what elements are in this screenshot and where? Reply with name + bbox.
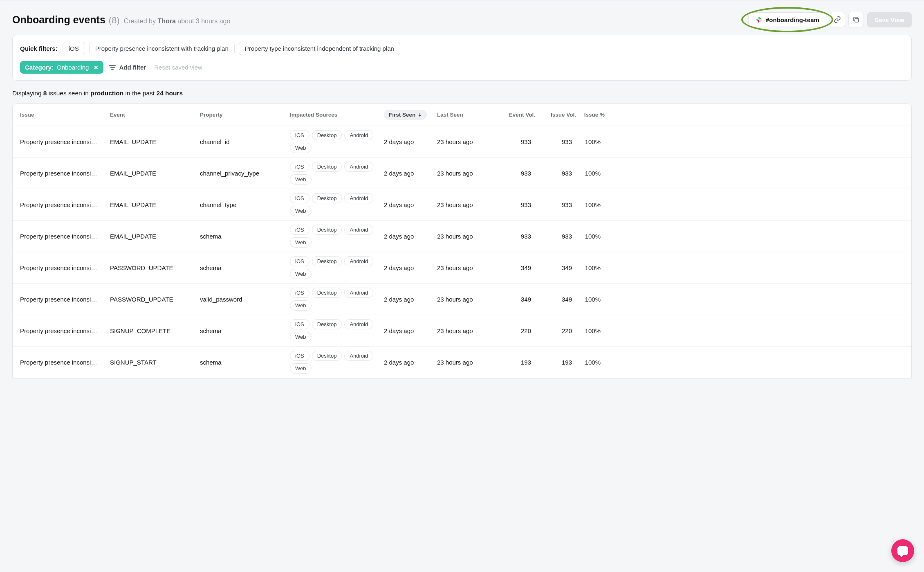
- source-pill: Desktop: [312, 225, 342, 235]
- cell-property: channel_privacy_type: [200, 170, 290, 177]
- col-event-vol[interactable]: Event Vol.: [509, 112, 535, 118]
- add-filter-button[interactable]: Add filter: [109, 64, 146, 71]
- source-pill: Android: [344, 288, 373, 298]
- created-suffix: about 3 hours ago: [177, 18, 230, 25]
- cell-sources: iOSDesktopAndroidWeb: [290, 130, 380, 153]
- cell-issue: Property presence inconsi…: [20, 201, 110, 208]
- source-pill: iOS: [290, 351, 309, 361]
- cell-issue: Property presence inconsi…: [20, 296, 110, 303]
- source-pill: Web: [290, 269, 312, 279]
- reset-saved-view[interactable]: Reset saved view: [154, 64, 202, 71]
- col-impacted[interactable]: Impacted Sources: [290, 112, 384, 118]
- slack-icon: [755, 16, 763, 23]
- cell-event: SIGNUP_COMPLETE: [110, 327, 200, 334]
- table-row[interactable]: Property presence inconsi…EMAIL_UPDATEch…: [13, 126, 911, 158]
- slack-channel-chip[interactable]: #onboarding-team: [748, 12, 826, 27]
- source-pill: Web: [290, 332, 312, 342]
- cell-sources: iOSDesktopAndroidWeb: [290, 193, 380, 216]
- source-pill: iOS: [290, 256, 309, 266]
- filter-icon: [109, 65, 116, 70]
- table-row[interactable]: Property presence inconsi…SIGNUP_STARTsc…: [13, 347, 911, 378]
- quick-filter-pill[interactable]: iOS: [63, 42, 85, 55]
- save-view-button[interactable]: Save View: [867, 12, 912, 27]
- cell-event-vol: 933: [494, 170, 535, 177]
- filter-card: Quick filters:iOSProperty presence incon…: [12, 35, 912, 81]
- source-pill: Desktop: [312, 162, 342, 172]
- cell-last-seen: 23 hours ago: [437, 138, 494, 145]
- source-pill: iOS: [290, 319, 309, 329]
- cell-issue-vol: 193: [535, 359, 576, 366]
- source-pill: Desktop: [312, 319, 342, 329]
- cell-issue-pct: 100%: [576, 264, 605, 271]
- cell-event: EMAIL_UPDATE: [110, 170, 200, 177]
- cell-property: channel_id: [200, 138, 290, 145]
- col-last-seen[interactable]: Last Seen: [437, 112, 494, 118]
- slack-channel-label: #onboarding-team: [766, 16, 819, 23]
- cell-sources: iOSDesktopAndroidWeb: [290, 162, 380, 185]
- cell-property: valid_password: [200, 296, 290, 303]
- table-row[interactable]: Property presence inconsi…SIGNUP_COMPLET…: [13, 315, 911, 347]
- col-issue[interactable]: Issue: [20, 112, 110, 118]
- table-row[interactable]: Property presence inconsi…EMAIL_UPDATEch…: [13, 158, 911, 189]
- source-pill: iOS: [290, 193, 309, 203]
- cell-first-seen: 2 days ago: [384, 201, 437, 208]
- table-row[interactable]: Property presence inconsi…PASSWORD_UPDAT…: [13, 284, 911, 315]
- cell-issue: Property presence inconsi…: [20, 264, 110, 271]
- cell-property: schema: [200, 264, 290, 271]
- cell-issue-pct: 100%: [576, 138, 605, 145]
- source-pill: Desktop: [312, 130, 342, 140]
- page-title: Onboarding events: [12, 14, 105, 26]
- cell-issue-pct: 100%: [576, 201, 605, 208]
- table-row[interactable]: Property presence inconsi…EMAIL_UPDATEsc…: [13, 221, 911, 252]
- summary-prefix: Displaying: [12, 90, 42, 97]
- active-filter-chip[interactable]: Category: Onboarding ✕: [20, 61, 103, 74]
- cell-issue-pct: 100%: [576, 327, 605, 334]
- cell-issue-vol: 933: [535, 170, 576, 177]
- duplicate-button[interactable]: [848, 12, 864, 27]
- cell-last-seen: 23 hours ago: [437, 359, 494, 366]
- cell-event-vol: 220: [494, 327, 535, 334]
- source-pill: iOS: [290, 162, 309, 172]
- source-pill: Android: [344, 130, 373, 140]
- cell-issue: Property presence inconsi…: [20, 233, 110, 240]
- copy-link-button[interactable]: [830, 12, 845, 27]
- svg-rect-3: [759, 17, 760, 19]
- cell-issue-pct: 100%: [576, 359, 605, 366]
- svg-rect-8: [855, 18, 859, 22]
- col-issue-vol[interactable]: Issue Vol.: [551, 112, 576, 118]
- table-row[interactable]: Property presence inconsi…PASSWORD_UPDAT…: [13, 252, 911, 284]
- quick-filters-label: Quick filters:: [20, 45, 58, 52]
- cell-last-seen: 23 hours ago: [437, 170, 494, 177]
- quick-filter-pill[interactable]: Property type inconsistent independent o…: [239, 42, 400, 55]
- source-pill: Android: [344, 256, 373, 266]
- col-first-seen[interactable]: First Seen: [384, 110, 437, 120]
- remove-filter-icon[interactable]: ✕: [94, 64, 99, 71]
- cell-issue-pct: 100%: [576, 170, 605, 177]
- svg-point-7: [759, 21, 760, 22]
- first-seen-sort[interactable]: First Seen: [384, 110, 427, 120]
- col-event[interactable]: Event: [110, 112, 200, 118]
- source-pill: Desktop: [312, 351, 342, 361]
- cell-issue-vol: 349: [535, 264, 576, 271]
- cell-sources: iOSDesktopAndroidWeb: [290, 319, 380, 342]
- source-pill: Web: [290, 206, 312, 216]
- cell-issue-pct: 100%: [576, 296, 605, 303]
- cell-issue-vol: 933: [535, 138, 576, 145]
- quick-filter-pill[interactable]: Property presence inconsistent with trac…: [89, 42, 235, 55]
- cell-event: SIGNUP_START: [110, 359, 200, 366]
- cell-sources: iOSDesktopAndroidWeb: [290, 256, 380, 279]
- cell-last-seen: 23 hours ago: [437, 327, 494, 334]
- cell-event: PASSWORD_UPDATE: [110, 264, 200, 271]
- cell-issue: Property presence inconsi…: [20, 359, 110, 366]
- col-issue-pct[interactable]: Issue %: [584, 112, 605, 118]
- cell-event-vol: 349: [494, 296, 535, 303]
- cell-event: EMAIL_UPDATE: [110, 233, 200, 240]
- cell-issue-vol: 349: [535, 296, 576, 303]
- table-header: Issue Event Property Impacted Sources Fi…: [13, 104, 911, 126]
- cell-issue-pct: 100%: [576, 233, 605, 240]
- cell-event-vol: 933: [494, 138, 535, 145]
- table-row[interactable]: Property presence inconsi…EMAIL_UPDATEch…: [13, 189, 911, 221]
- source-pill: Web: [290, 143, 312, 153]
- col-property[interactable]: Property: [200, 112, 290, 118]
- cell-property: channel_type: [200, 201, 290, 208]
